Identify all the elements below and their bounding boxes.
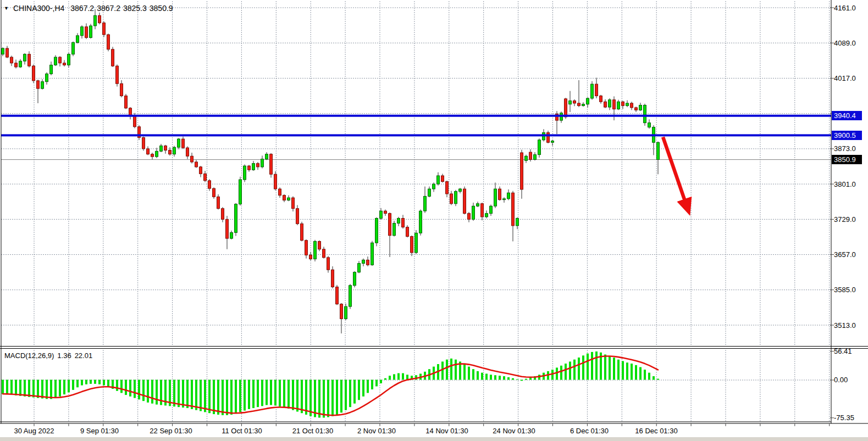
bull-candle <box>424 196 427 211</box>
bear-candle <box>208 181 211 188</box>
macd-histogram-bar <box>397 373 400 380</box>
bear-candle <box>529 152 532 159</box>
bull-candle <box>477 204 479 206</box>
time-axis-label: 22 Sep 01:30 <box>150 427 192 435</box>
bear-candle <box>301 224 303 240</box>
macd-histogram-bar <box>72 380 74 390</box>
macd-histogram-bar <box>37 380 39 398</box>
macd-histogram-bar <box>631 364 633 379</box>
bear-candle <box>15 63 18 67</box>
macd-histogram-bar <box>59 380 61 397</box>
bull-candle <box>490 206 493 213</box>
chart-canvas[interactable] <box>0 0 868 441</box>
bear-candle <box>327 258 330 270</box>
macd-histogram-bar <box>28 380 30 397</box>
bull-candle <box>41 82 44 88</box>
pane-splitter-top[interactable] <box>0 346 868 347</box>
price-axis-label: 4017.0 <box>834 74 856 82</box>
macd-histogram-bar <box>103 380 105 386</box>
bull-candle <box>349 286 352 306</box>
macd-histogram-bar <box>336 380 338 415</box>
bear-candle <box>147 149 150 154</box>
bear-candle <box>103 23 106 35</box>
bull-candle <box>644 105 646 123</box>
bear-candle <box>384 211 387 213</box>
macd-histogram-bar <box>609 356 611 379</box>
bull-candle <box>455 191 457 203</box>
bear-candle <box>134 116 136 127</box>
macd-histogram-bar <box>107 380 109 387</box>
macd-histogram-bar <box>292 380 294 410</box>
macd-histogram-bar <box>235 380 237 414</box>
horizontal-line-object[interactable] <box>1 115 831 117</box>
macd-histogram-bar <box>296 380 298 412</box>
quote-close: 3850.9 <box>150 4 173 13</box>
horizontal-line-object[interactable] <box>1 134 831 136</box>
macd-histogram-bar <box>244 380 246 411</box>
bear-candle <box>164 146 167 150</box>
price-axis-label: 3801.0 <box>834 180 856 188</box>
bear-candle <box>28 54 31 66</box>
macd-histogram-bar <box>512 378 514 380</box>
window-bottom-edge <box>0 437 868 441</box>
macd-histogram-bar <box>120 380 123 393</box>
bear-candle <box>107 35 110 49</box>
chart-title: ▼ CHINA300-,H4 3867.2 3867.2 3825.3 3850… <box>4 4 173 13</box>
bear-candle <box>604 102 607 107</box>
bear-candle <box>226 219 229 238</box>
macd-histogram-bar <box>507 377 510 380</box>
bear-candle <box>151 154 154 157</box>
bear-candle <box>116 66 119 83</box>
price-axis-label: 4089.0 <box>834 39 856 47</box>
bear-candle <box>441 176 444 182</box>
macd-signal-line <box>3 356 658 416</box>
macd-histogram-bar <box>63 380 65 395</box>
macd-histogram-bar <box>6 380 8 395</box>
bull-candle <box>375 219 378 243</box>
macd-histogram-bar <box>252 380 255 409</box>
hline-price-badge-lower[interactable]: 3900.5 <box>832 131 862 140</box>
bear-candle <box>200 167 202 174</box>
macd-histogram-bar <box>134 380 136 398</box>
bull-candle <box>261 159 264 167</box>
macd-histogram-bar <box>226 380 228 415</box>
macd-histogram-bar <box>76 380 79 388</box>
bull-candle <box>2 48 4 54</box>
bear-candle <box>274 174 277 189</box>
bear-candle <box>547 132 550 142</box>
macd-histogram-bar <box>318 380 320 418</box>
price-axis-label: 3657.0 <box>834 250 856 259</box>
symbol-dropdown-icon[interactable]: ▼ <box>4 5 9 11</box>
bear-candle <box>565 99 567 117</box>
bear-candle <box>446 182 449 194</box>
macd-histogram-bar <box>15 380 17 396</box>
bear-candle <box>622 102 624 105</box>
macd-histogram-bar <box>68 380 70 393</box>
hline-price-badge-upper[interactable]: 3940.4 <box>832 111 862 120</box>
macd-histogram-bar <box>270 380 272 405</box>
bear-candle <box>468 214 471 220</box>
macd-histogram-bar <box>186 380 189 409</box>
bull-candle <box>437 176 440 184</box>
macd-histogram-bar <box>248 380 250 409</box>
trend-arrow[interactable] <box>663 137 688 210</box>
macd-histogram-bar <box>261 380 263 406</box>
macd-histogram-bar <box>521 380 523 381</box>
macd-histogram-bar <box>2 380 4 394</box>
bear-candle <box>309 255 312 259</box>
pane-splitter-bottom[interactable] <box>0 348 868 349</box>
macd-histogram-bar <box>32 380 35 398</box>
macd-histogram-bar <box>367 380 369 393</box>
macd-histogram-bar <box>283 380 285 408</box>
bull-candle <box>46 74 48 81</box>
bear-candle <box>10 57 13 63</box>
bull-candle <box>19 61 22 67</box>
bull-candle <box>380 211 383 218</box>
bull-candle <box>239 180 242 204</box>
time-axis-label: 11 Oct 01:30 <box>222 427 262 435</box>
macd-indicator-label: MACD(12,26,9) 1.36 22.01 <box>4 351 92 360</box>
bull-candle <box>353 272 356 286</box>
bull-candle <box>24 54 26 61</box>
macd-histogram-bar <box>622 361 624 379</box>
bull-candle <box>472 206 475 219</box>
